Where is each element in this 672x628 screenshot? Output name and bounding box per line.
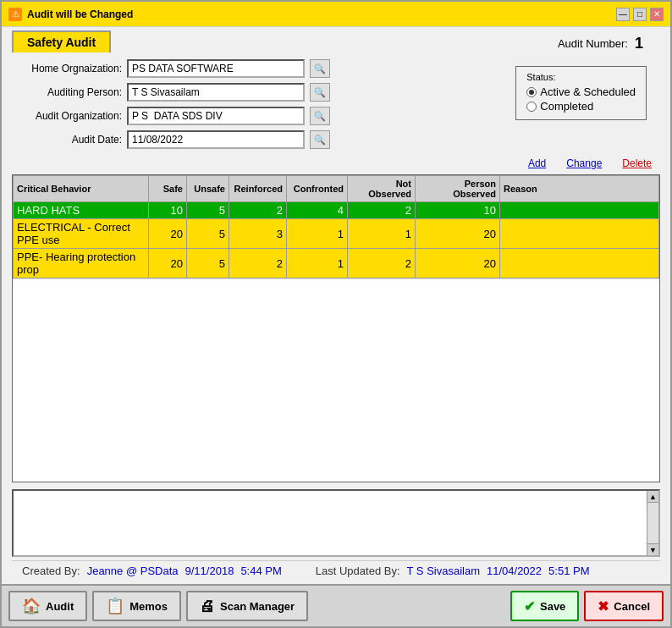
- home-org-input[interactable]: [127, 59, 305, 78]
- col-safe: Safe: [149, 176, 187, 202]
- audit-org-browse-button[interactable]: 🔍: [310, 107, 330, 125]
- auditing-person-browse-button[interactable]: 🔍: [310, 83, 330, 102]
- auditing-person-input[interactable]: [127, 83, 305, 102]
- cancel-icon: ✖: [598, 598, 609, 614]
- save-btn-label: Save: [540, 600, 565, 613]
- table-actions: Add Change Delete: [12, 156, 660, 171]
- created-date: 9/11/2018: [185, 565, 234, 577]
- table-row[interactable]: HARD HATS10524210: [14, 202, 659, 219]
- audit-number-container: Audit Number: 1: [558, 35, 643, 52]
- safety-audit-tab[interactable]: Safety Audit: [12, 30, 111, 52]
- completed-radio[interactable]: [526, 102, 537, 112]
- audit-org-label: Audit Organization:: [12, 110, 122, 122]
- scan-manager-btn-label: Scan Manager: [220, 600, 295, 613]
- audit-date-browse-button[interactable]: 🔍: [310, 130, 330, 149]
- last-updated-value: T S Sivasailam: [407, 565, 480, 577]
- title-controls: — □ ✕: [616, 8, 664, 21]
- col-reinforced: Reinforced: [229, 176, 287, 202]
- last-updated-label: Last Updated By:: [316, 565, 400, 577]
- main-content: Safety Audit Audit Number: 1 Home Orgnai…: [2, 27, 670, 584]
- home-org-label: Home Orgnaization:: [12, 63, 122, 74]
- created-by-label: Created By:: [22, 565, 80, 577]
- footer-nav: 🏠 Audit 📋 Memos 🖨 Scan Manager ✔ Save ✖ …: [2, 584, 670, 626]
- main-window: ⚠ Audit will be Changed — □ ✕ Safety Aud…: [0, 0, 672, 628]
- auditing-person-label: Auditing Person:: [12, 86, 122, 98]
- notes-wrapper: ▲ ▼: [12, 489, 660, 557]
- status-box: Status: Active & Scheduled Completed: [515, 66, 647, 120]
- close-button[interactable]: ✕: [650, 8, 664, 21]
- title-bar: ⚠ Audit will be Changed — □ ✕: [2, 2, 670, 27]
- notes-scroll-down-button[interactable]: ▼: [647, 543, 658, 555]
- memos-btn-label: Memos: [129, 600, 168, 613]
- status-bar: Created By: Jeanne @ PSData 9/11/2018 5:…: [12, 560, 660, 581]
- minimize-button[interactable]: —: [616, 8, 630, 21]
- created-time: 5:44 PM: [240, 565, 281, 577]
- active-radio[interactable]: [526, 87, 537, 97]
- home-org-row: Home Orgnaization: 🔍: [12, 59, 330, 78]
- updated-date: 11/04/2022: [487, 565, 542, 577]
- audit-date-input[interactable]: [127, 130, 305, 149]
- audit-icon: 🏠: [22, 597, 41, 615]
- updated-time: 5:51 PM: [548, 565, 589, 577]
- table-empty-area: [13, 278, 659, 482]
- audit-org-row: Audit Organization: 🔍: [12, 107, 330, 125]
- status-label: Status:: [526, 72, 636, 82]
- notes-scroll-up-button[interactable]: ▲: [647, 491, 658, 503]
- audit-number-label: Audit Number:: [558, 37, 628, 50]
- notes-scrollbar: ▲ ▼: [647, 491, 658, 555]
- audit-date-label: Audit Date:: [12, 134, 122, 146]
- behavior-table: Critical Behavior Safe Unsafe Reinforced…: [13, 175, 659, 278]
- active-label: Active & Scheduled: [540, 85, 636, 98]
- col-behavior: Critical Behavior: [14, 176, 149, 202]
- add-button[interactable]: Add: [520, 156, 554, 171]
- save-icon: ✔: [524, 598, 535, 614]
- home-org-browse-button[interactable]: 🔍: [310, 59, 330, 78]
- completed-label: Completed: [540, 100, 593, 113]
- cancel-button[interactable]: ✖ Cancel: [584, 591, 664, 621]
- col-not-observed: Not Observed: [348, 176, 416, 202]
- status-active-row[interactable]: Active & Scheduled: [526, 85, 636, 98]
- created-by-value: Jeanne @ PSData: [87, 565, 179, 577]
- title-bar-left: ⚠ Audit will be Changed: [8, 8, 133, 21]
- table-row[interactable]: ELECTRICAL - Correct PPE use20531120: [14, 219, 659, 249]
- audit-button[interactable]: 🏠 Audit: [8, 591, 87, 621]
- col-reason: Reason: [500, 176, 659, 202]
- memos-icon: 📋: [106, 597, 124, 615]
- warning-icon: ⚠: [8, 8, 22, 21]
- notes-textarea[interactable]: [14, 491, 647, 555]
- memos-button[interactable]: 📋 Memos: [92, 591, 181, 621]
- scan-manager-button[interactable]: 🖨 Scan Manager: [186, 591, 308, 621]
- cancel-btn-label: Cancel: [614, 600, 650, 613]
- scan-manager-icon: 🖨: [200, 598, 215, 615]
- status-completed-row[interactable]: Completed: [526, 100, 636, 113]
- window-title: Audit will be Changed: [27, 8, 133, 20]
- col-confronted: Confronted: [287, 176, 348, 202]
- table-container: Critical Behavior Safe Unsafe Reinforced…: [12, 174, 660, 482]
- table-header-row: Critical Behavior Safe Unsafe Reinforced…: [14, 176, 659, 202]
- auditing-person-row: Auditing Person: 🔍: [12, 83, 330, 102]
- change-button[interactable]: Change: [558, 156, 610, 171]
- form-fields: Home Orgnaization: 🔍 Auditing Person: 🔍 …: [12, 59, 330, 149]
- delete-button[interactable]: Delete: [614, 156, 660, 171]
- maximize-button[interactable]: □: [633, 8, 647, 21]
- audit-org-input[interactable]: [127, 107, 305, 125]
- table-row[interactable]: PPE- Hearing protection prop20521220: [14, 249, 659, 278]
- col-person-observed: Person Observed: [416, 176, 500, 202]
- save-button[interactable]: ✔ Save: [510, 591, 579, 621]
- audit-date-row: Audit Date: 🔍: [12, 130, 330, 149]
- col-unsafe: Unsafe: [187, 176, 229, 202]
- audit-btn-label: Audit: [46, 600, 74, 613]
- audit-number-value: 1: [635, 35, 643, 52]
